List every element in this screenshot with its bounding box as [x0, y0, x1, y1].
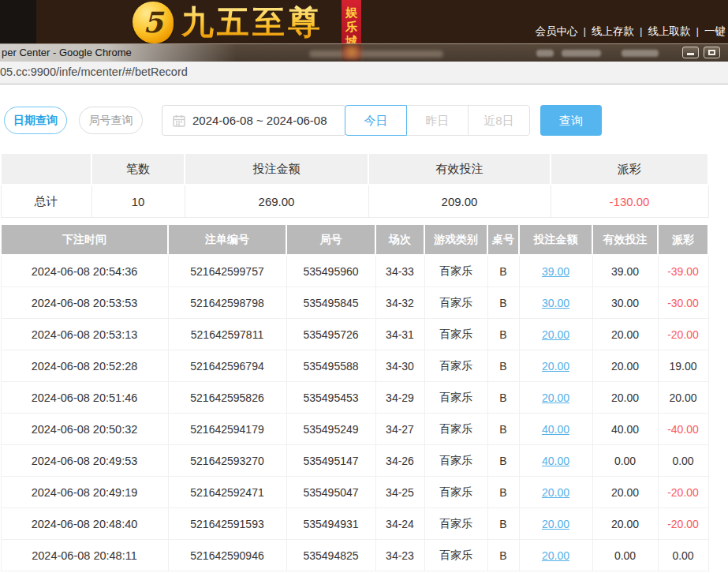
date-range-picker[interactable]: 2024-06-08 ~ 2024-06-08	[162, 105, 346, 136]
cell-payout: 0.00	[658, 540, 708, 571]
bet-amount-link[interactable]: 40.00	[542, 455, 569, 467]
nav-separator: |	[696, 25, 699, 37]
records-table: 下注时间 注单编号 局号 场次 游戏类别 桌号 投注金额 有效投注 派彩 202…	[0, 225, 709, 571]
col-bet-time: 下注时间	[1, 225, 168, 255]
summary-header-payout: 派彩	[551, 153, 708, 185]
tab-date-query[interactable]: 日期查询	[4, 107, 67, 134]
record-row: 2024-06-08 20:53:13521642597811535495726…	[1, 319, 708, 350]
record-row: 2024-06-08 20:48:40521642591593535494931…	[1, 508, 708, 540]
cell-time: 2024-06-08 20:54:36	[1, 255, 168, 287]
cell-table: B	[487, 287, 519, 319]
site-banner: 5 九五至尊 会员中心|线上存款|线上取款|一键	[0, 0, 728, 43]
cell-session: 34-30	[375, 350, 424, 382]
record-row: 2024-06-08 20:51:46521642595826535495453…	[1, 382, 708, 414]
cell-payout: 20.00	[658, 382, 708, 414]
cell-round: 535494825	[286, 540, 375, 571]
summary-header-count: 笔数	[91, 153, 185, 185]
cell-table: B	[487, 255, 519, 287]
bet-amount-link[interactable]: 39.00	[542, 265, 569, 278]
record-row: 2024-06-08 20:53:53521642598798535495845…	[1, 287, 708, 319]
brand-title: 九五至尊	[181, 1, 323, 44]
cell-bet: 20.00	[519, 540, 592, 571]
cell-session: 34-32	[375, 287, 424, 319]
cell-session: 34-33	[375, 255, 424, 287]
bet-amount-link[interactable]: 20.00	[542, 391, 569, 404]
cell-valid: 40.00	[592, 414, 658, 445]
cell-bet: 20.00	[519, 382, 592, 414]
record-row: 2024-06-08 20:49:19521642592471535495047…	[1, 477, 708, 508]
summary-table: 笔数 投注金额 有效投注 派彩 总计 10 269.00 209.00 -130…	[0, 152, 709, 218]
cell-game: 百家乐	[424, 477, 487, 508]
cell-game: 百家乐	[424, 319, 487, 350]
nav-link[interactable]: 一键	[704, 25, 726, 37]
cell-bet: 40.00	[519, 445, 592, 477]
col-payout: 派彩	[658, 225, 708, 255]
bet-amount-link[interactable]: 20.00	[542, 360, 569, 373]
nav-separator: |	[640, 25, 643, 37]
cell-table: B	[487, 477, 519, 508]
nav-link[interactable]: 线上存款	[592, 25, 634, 37]
cell-time: 2024-06-08 20:50:32	[1, 414, 168, 445]
address-bar[interactable]: 05.cc:9900/infe/mcenter/#/betRecord	[0, 62, 728, 84]
search-button[interactable]: 查询	[540, 105, 602, 136]
cell-round: 535495249	[286, 414, 375, 445]
col-session: 场次	[375, 225, 424, 255]
cell-session: 34-24	[375, 508, 424, 540]
summary-header-blank	[1, 153, 91, 185]
redacted-text-blob	[562, 50, 601, 57]
cell-table: B	[487, 319, 519, 350]
tab-round-query[interactable]: 局号查询	[79, 107, 143, 134]
cell-slip: 521642590946	[168, 540, 286, 571]
redacted-text-blob	[622, 50, 659, 57]
quick-filter-button[interactable]: 昨日	[406, 105, 469, 136]
total-payout: -130.00	[551, 185, 708, 218]
quick-filter-button[interactable]: 近8日	[468, 105, 530, 136]
cell-session: 34-26	[375, 445, 424, 477]
cell-valid: 20.00	[592, 477, 658, 508]
cell-slip: 521642599757	[168, 255, 286, 287]
cell-slip: 521642593270	[168, 445, 286, 477]
summary-header-bet-amount: 投注金额	[185, 153, 368, 185]
maximize-button[interactable]	[704, 47, 720, 58]
records-header-row: 下注时间 注单编号 局号 场次 游戏类别 桌号 投注金额 有效投注 派彩	[1, 225, 708, 255]
banner-left-black-block	[0, 0, 36, 43]
cell-valid: 20.00	[592, 382, 658, 414]
cell-bet: 30.00	[519, 287, 592, 319]
col-round-id: 局号	[286, 225, 375, 255]
cell-game: 百家乐	[424, 445, 487, 477]
cell-time: 2024-06-08 20:49:53	[1, 445, 168, 477]
cell-slip: 521642591593	[168, 508, 286, 540]
bet-amount-link[interactable]: 20.00	[542, 328, 569, 341]
logo-monogram: 5	[143, 8, 162, 36]
bet-amount-link[interactable]: 20.00	[542, 486, 569, 499]
col-table-id: 桌号	[487, 225, 519, 255]
cell-game: 百家乐	[424, 287, 487, 319]
cell-payout: -20.00	[658, 319, 708, 350]
nav-link[interactable]: 线上取款	[648, 25, 690, 37]
cell-payout: -39.00	[658, 255, 708, 287]
cell-bet: 20.00	[519, 350, 592, 382]
cell-slip: 521642595826	[168, 382, 286, 414]
cell-time: 2024-06-08 20:52:28	[1, 350, 168, 382]
cell-game: 百家乐	[424, 414, 487, 445]
quick-filter-active[interactable]: 今日	[345, 105, 407, 136]
record-row: 2024-06-08 20:48:11521642590946535494825…	[1, 540, 708, 571]
bet-amount-link[interactable]: 20.00	[542, 549, 569, 562]
logo-coin-icon: 5	[133, 2, 174, 43]
minimize-button[interactable]	[682, 47, 699, 58]
cell-round: 535494931	[286, 508, 375, 540]
col-game-type: 游戏类别	[424, 225, 487, 255]
bet-amount-link[interactable]: 20.00	[542, 518, 569, 530]
cell-session: 34-29	[375, 382, 424, 414]
url-text[interactable]: 05.cc:9900/infe/mcenter/#/betRecord	[0, 62, 188, 83]
cell-table: B	[487, 382, 519, 414]
cell-valid: 20.00	[592, 319, 658, 350]
bet-amount-link[interactable]: 40.00	[542, 423, 569, 436]
nav-link[interactable]: 会员中心	[535, 25, 577, 37]
cell-time: 2024-06-08 20:53:53	[1, 287, 168, 319]
bet-amount-link[interactable]: 30.00	[542, 297, 569, 309]
cell-payout: 19.00	[658, 350, 708, 382]
site-logo: 5 九五至尊	[133, 1, 323, 44]
titlebar-ornament-ghost	[309, 51, 443, 58]
screen: 5 九五至尊 会员中心|线上存款|线上取款|一键 娱乐城 per Center …	[0, 0, 728, 573]
